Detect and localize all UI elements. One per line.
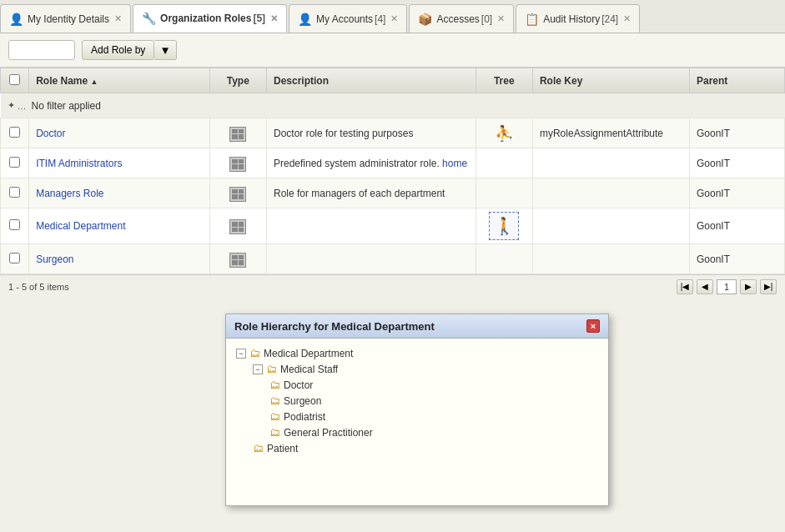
tab-accesses-count: [0] — [481, 13, 492, 25]
table-row: Medical Department 🚶 — [1, 208, 785, 244]
prev-page-button[interactable]: ◀ — [697, 279, 713, 294]
col-header-description[interactable]: Description — [266, 68, 476, 93]
role-name-link[interactable]: ITIM Administrators — [36, 158, 122, 169]
tree-node-medical-department: − 🗂 Medical Department — [236, 345, 598, 361]
org-roles-icon: 🔧 — [142, 12, 156, 25]
col-header-type[interactable]: Type — [209, 68, 266, 93]
role-type-icon — [229, 127, 246, 142]
role-name-link[interactable]: Medical Department — [36, 220, 125, 232]
description-cell: Role for managers of each department — [266, 178, 476, 208]
col-header-checkbox — [1, 68, 29, 93]
tree-node-surgeon: 🗂 Surgeon — [269, 393, 598, 409]
type-cell — [209, 244, 266, 274]
tab-identity[interactable]: 👤 My Identity Details ✕ — [0, 4, 131, 33]
row-checkbox[interactable] — [9, 219, 20, 230]
tab-accounts-label: My Accounts — [316, 13, 373, 25]
row-checkbox-cell — [1, 178, 29, 208]
add-role-dropdown-button[interactable]: ▼ — [154, 40, 176, 60]
last-page-button[interactable]: ▶| — [760, 279, 777, 294]
col-header-parent[interactable]: Parent — [690, 68, 785, 93]
tab-accesses[interactable]: 📦 Accesses [0] ✕ — [409, 4, 514, 33]
tab-org-roles-close[interactable]: ✕ — [270, 13, 278, 24]
popup-title: Role Hierarchy for Medical Department — [234, 320, 435, 333]
pagination-summary: 1 - 5 of 5 items — [8, 282, 69, 292]
type-cell — [209, 208, 266, 244]
row-checkbox-cell — [1, 208, 29, 244]
tree-cell[interactable]: 🚶 — [476, 208, 532, 244]
first-page-button[interactable]: |◀ — [677, 279, 693, 294]
role-name-link[interactable]: Managers Role — [36, 188, 103, 199]
tree-node-label: Doctor — [284, 379, 313, 391]
folder-icon: 🗂 — [269, 394, 280, 407]
parent-cell: GoonIT — [690, 148, 785, 178]
tree-node-medical-staff: − 🗂 Medical Staff — [253, 361, 598, 377]
col-header-role-name[interactable]: Role Name — [29, 68, 209, 93]
tree-node-doctor: 🗂 Doctor — [269, 377, 598, 393]
tab-identity-label: My Identity Details — [28, 13, 109, 25]
role-hierarchy-popup: Role Hierarchy for Medical Department × … — [225, 314, 609, 506]
role-name-cell: Doctor — [29, 118, 209, 148]
tree-toggle-medical-department[interactable]: − — [236, 349, 246, 359]
popup-close-button[interactable]: × — [586, 319, 600, 333]
role-name-cell: Medical Department — [29, 208, 209, 244]
tree-node-patient: 🗂 Patient — [253, 440, 598, 456]
role-name-link[interactable]: Doctor — [36, 128, 65, 139]
row-checkbox[interactable] — [9, 127, 20, 138]
col-header-role-key[interactable]: Role Key — [532, 68, 689, 93]
tab-audit-count: [24] — [601, 13, 618, 25]
tab-accesses-label: Accesses — [436, 13, 479, 25]
tree-person-icon: 🚶 — [494, 216, 515, 236]
parent-cell: GoonIT — [690, 208, 785, 244]
row-checkbox[interactable] — [9, 157, 20, 168]
add-role-button[interactable]: Add Role by — [82, 40, 154, 60]
pagination-bar: 1 - 5 of 5 items |◀ ◀ 1 ▶ ▶| — [0, 274, 785, 298]
description-cell: Doctor role for testing purposes — [266, 118, 476, 148]
role-type-icon — [229, 253, 246, 268]
type-cell — [209, 178, 266, 208]
tab-org-roles[interactable]: 🔧 Organization Roles [5] ✕ — [133, 4, 287, 33]
role-key-cell — [532, 208, 689, 244]
role-type-icon — [229, 157, 246, 172]
parent-cell: GoonIT — [690, 118, 785, 148]
search-input[interactable] — [8, 40, 75, 60]
tab-audit-label: Audit History — [543, 13, 600, 25]
filter-button[interactable]: ✦ … — [8, 100, 27, 111]
tab-identity-close[interactable]: ✕ — [114, 13, 122, 24]
col-type-label: Type — [227, 75, 249, 87]
filter-star-icon: ✦ — [8, 100, 15, 111]
folder-icon: 🗂 — [253, 442, 264, 454]
col-role-key-label: Role Key — [540, 75, 582, 87]
role-key-cell — [532, 178, 689, 208]
tree-node-label: Patient — [267, 443, 298, 454]
parent-text: GoonIT — [697, 253, 730, 265]
row-checkbox[interactable] — [9, 187, 20, 198]
tab-audit-close[interactable]: ✕ — [623, 13, 631, 24]
role-name-link[interactable]: Surgeon — [36, 253, 73, 265]
parent-text: GoonIT — [697, 220, 730, 232]
col-desc-label: Description — [274, 75, 329, 87]
col-header-tree[interactable]: Tree — [476, 68, 532, 93]
tab-accounts[interactable]: 👤 My Accounts [4] ✕ — [289, 4, 407, 33]
parent-cell: GoonIT — [690, 244, 785, 274]
tree-toggle-medical-staff[interactable]: − — [253, 364, 263, 374]
home-link[interactable]: home — [442, 158, 467, 169]
main-area: Role Name Type Description Tree Role Key — [0, 68, 785, 298]
tree-node-label: Surgeon — [284, 395, 321, 407]
tab-accounts-close[interactable]: ✕ — [390, 13, 398, 24]
folder-icon: 🗂 — [249, 347, 260, 359]
tab-org-roles-count: [5] — [253, 13, 265, 24]
row-checkbox[interactable] — [9, 253, 20, 263]
tab-audit[interactable]: 📋 Audit History [24] ✕ — [516, 4, 640, 33]
next-page-button[interactable]: ▶ — [740, 279, 757, 294]
table-container: Role Name Type Description Tree Role Key — [0, 68, 785, 274]
tree-hierarchy-button[interactable]: 🚶 — [489, 212, 519, 240]
add-role-wrapper: Add Role by ▼ — [82, 40, 177, 60]
row-checkbox-cell — [1, 244, 29, 274]
person-icon: ⛹ — [495, 125, 513, 142]
tab-accesses-close[interactable]: ✕ — [497, 13, 505, 24]
roles-table: Role Name Type Description Tree Role Key — [0, 68, 785, 274]
description-text: Predefined system administrator role. ho… — [274, 158, 467, 169]
col-parent-label: Parent — [697, 75, 727, 87]
tabs-bar: 👤 My Identity Details ✕ 🔧 Organization R… — [0, 0, 785, 33]
select-all-checkbox[interactable] — [9, 74, 20, 85]
